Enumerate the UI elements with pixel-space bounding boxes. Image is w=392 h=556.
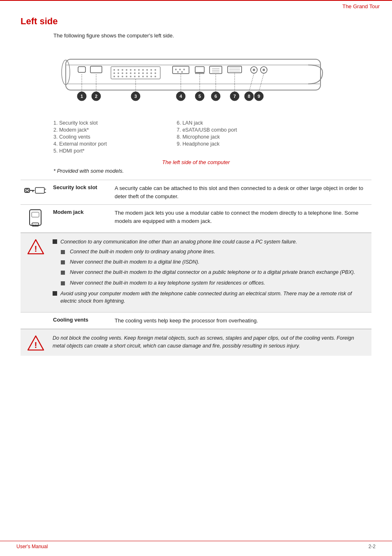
- svg-point-37: [146, 76, 148, 77]
- svg-point-21: [126, 72, 127, 74]
- page-footer: User's Manual 2-2: [0, 541, 392, 552]
- warning-cooling-icon-col: !: [27, 334, 48, 351]
- label-4: 4. External monitor port: [53, 141, 177, 147]
- modem-term: Modem jack: [50, 205, 111, 233]
- svg-point-19: [118, 72, 119, 74]
- svg-text:!: !: [35, 341, 37, 350]
- warning-sub-items: Connect the built-in modem only to ordin…: [53, 248, 365, 287]
- svg-point-28: [154, 72, 156, 74]
- svg-point-8: [118, 69, 119, 71]
- svg-point-38: [150, 76, 152, 77]
- svg-point-12: [134, 69, 136, 71]
- warning-cooling-text: Do not block the cooling vents. Keep for…: [53, 334, 365, 350]
- svg-text:7: 7: [233, 94, 236, 99]
- page-content: Left side The following figure shows the…: [0, 12, 392, 372]
- security-desc: A security cable can be attached to this…: [111, 180, 371, 205]
- label-6: 6. LAN jack: [177, 120, 371, 126]
- laptop-left-side-diagram: 1 2 3 4 5 6 7 8 9: [53, 47, 333, 115]
- bullet-square-icon: [53, 239, 57, 244]
- bullet-sq-icon-4: [61, 280, 67, 287]
- labels-left: 1. Security lock slot 2. Modem jack* 3. …: [53, 120, 177, 155]
- label-3: 3. Cooling vents: [53, 134, 177, 140]
- bullet-sq-icon-2: [61, 259, 67, 266]
- page-header: The Grand Tour: [0, 0, 392, 12]
- labels-area: 1. Security lock slot 2. Modem jack* 3. …: [53, 120, 371, 155]
- svg-text:5: 5: [198, 94, 201, 99]
- svg-point-42: [179, 69, 181, 70]
- svg-point-7: [113, 69, 115, 71]
- detail-table: Security lock slot A security cable can …: [21, 180, 371, 356]
- svg-point-10: [126, 69, 127, 71]
- svg-point-23: [134, 72, 136, 74]
- warning-triangle-cooling-icon: !: [27, 335, 44, 351]
- warning-main-item: Connection to any communication line oth…: [53, 238, 365, 246]
- modem-jack-icon: [28, 209, 43, 227]
- modem-icon-cell: [21, 205, 50, 233]
- svg-text:4: 4: [180, 94, 182, 99]
- warning-extra-text: Avoid using your computer modem with the…: [60, 290, 365, 305]
- svg-rect-40: [173, 66, 189, 74]
- table-row-warning-cooling: ! Do not block the cooling vents. Keep f…: [21, 329, 371, 356]
- svg-point-31: [122, 76, 123, 77]
- label-5: 5. HDMI port*: [53, 148, 177, 154]
- svg-point-15: [146, 69, 148, 71]
- svg-text:6: 6: [214, 94, 217, 99]
- svg-point-27: [150, 72, 152, 74]
- svg-point-24: [138, 72, 140, 74]
- bullet-sq-icon-1: [61, 249, 67, 256]
- warning-box-modem: ! Connection to any communication line o…: [21, 233, 371, 312]
- section-title: Left side: [21, 16, 371, 27]
- svg-point-9: [122, 69, 123, 71]
- svg-rect-91: [35, 188, 44, 193]
- svg-rect-4: [78, 67, 85, 72]
- security-lock-icon: [24, 184, 46, 197]
- table-row-security: Security lock slot A security cable can …: [21, 180, 371, 205]
- svg-point-35: [138, 76, 140, 77]
- intro-text: The following figure shows the computer'…: [53, 32, 371, 39]
- svg-point-36: [142, 76, 144, 77]
- svg-text:!: !: [35, 244, 37, 253]
- svg-point-34: [134, 76, 136, 77]
- svg-rect-5: [90, 66, 102, 73]
- warning-sub-2: Never connect the built-in modem to a di…: [61, 258, 365, 266]
- svg-text:9: 9: [258, 94, 260, 99]
- svg-point-25: [142, 72, 144, 74]
- svg-rect-48: [210, 66, 222, 74]
- warning-box-cooling: ! Do not block the cooling vents. Keep f…: [21, 329, 371, 356]
- svg-point-20: [122, 72, 123, 74]
- svg-point-59: [263, 69, 265, 71]
- warning-extra-item: Avoid using your computer modem with the…: [53, 290, 365, 305]
- svg-point-33: [130, 76, 131, 77]
- svg-point-16: [150, 69, 152, 71]
- label-1: 1. Security lock slot: [53, 120, 177, 126]
- svg-point-43: [183, 69, 185, 70]
- svg-point-26: [146, 72, 148, 74]
- svg-point-45: [181, 71, 183, 73]
- diagram-area: 1 2 3 4 5 6 7 8 9: [53, 47, 371, 116]
- svg-point-41: [175, 69, 177, 70]
- table-row-cooling: Cooling vents The cooling vents help kee…: [21, 312, 371, 329]
- svg-point-30: [118, 76, 119, 77]
- svg-line-86: [259, 74, 264, 92]
- footer-right: 2-2: [369, 544, 376, 549]
- bullet-sq-icon-3: [61, 269, 67, 277]
- svg-point-88: [26, 189, 28, 192]
- label-9: 9. Headphone jack: [177, 141, 371, 147]
- svg-point-44: [177, 71, 179, 73]
- label-7: 7. eSATA/USB combo port: [177, 127, 371, 133]
- warning-sub-1: Connect the built-in modem only to ordin…: [61, 248, 365, 256]
- label-8: 8. Microphone jack: [177, 134, 371, 140]
- svg-text:1: 1: [81, 94, 83, 99]
- warning-cooling-content: Do not block the cooling vents. Keep for…: [53, 334, 365, 351]
- svg-rect-46: [195, 67, 204, 73]
- warning-icon-col: !: [27, 238, 48, 307]
- note-models: * Provided with some models.: [53, 168, 371, 174]
- warning-modem-content: Connection to any communication line oth…: [53, 238, 365, 307]
- footer-left: User's Manual: [16, 544, 48, 549]
- warning-sub-4: Never connect the built-in modem to a ke…: [61, 279, 365, 287]
- svg-point-29: [113, 76, 115, 77]
- svg-point-14: [142, 69, 144, 71]
- svg-point-57: [253, 69, 255, 71]
- svg-point-18: [113, 72, 115, 74]
- svg-rect-0: [66, 59, 321, 90]
